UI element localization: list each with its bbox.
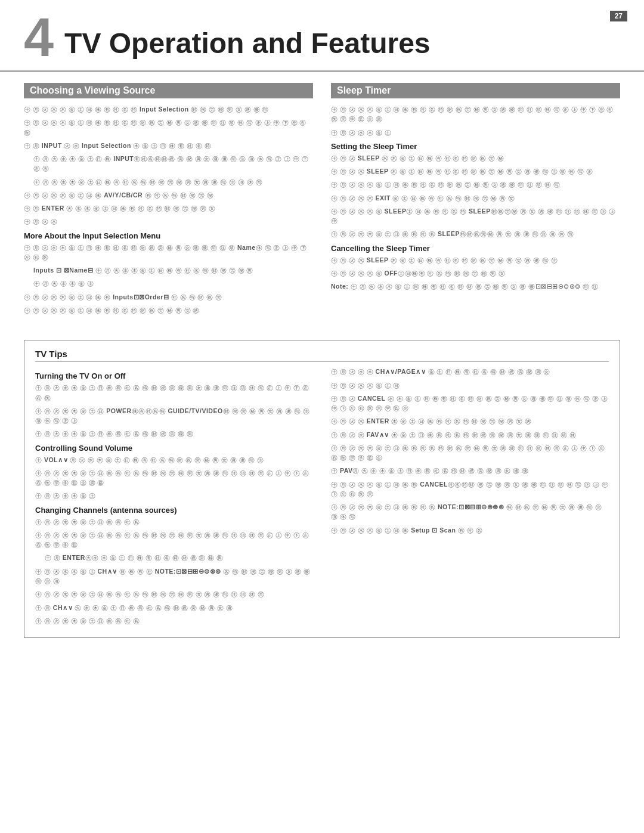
changing-block-4: ㊉ ㊊ ㊋ ㊌ ㊍ ㊎ ㊏ CH∧∨ ㊐ ㊑ ㊒ ㊓ NOTE:⊡⊠⊟⊞⊝⊜⊛⊚… xyxy=(35,566,313,586)
turning-block-2: ㊉ ㊊ ㊋ ㊌ ㊍ ㊎ ㊏ ㊐ POWER㊑㊒㊓㊔㊕ GUIDE/TV/VIDE… xyxy=(35,406,313,426)
tips-right-block-4: ㊉ ㊊ ㊋ ㊌ ENTER ㊍ ㊎ ㊏ ㊐ ㊑ ㊒ ㊓ ㊔ ㊕ ㊖ ㊗ ㊘ ㊙ … xyxy=(331,416,609,426)
setting-block-3: ㊉ ㊊ ㊋ ㊌ ㊍ ㊎ ㊏ ㊐ ㊑ ㊒ ㊓ ㊔ ㊕ ㊖ ㊗ ㊘ ㊙ ㊚ ㊛ ㊜ … xyxy=(331,179,620,189)
tv-tips-header: TV Tips xyxy=(35,349,609,362)
changing-block-1: ㊉ ㊊ ㊋ ㊌ ㊍ ㊎ ㊏ ㊐ ㊑ ㊒ ㊓ ㊔ xyxy=(35,517,313,527)
setting-block-1: ㊉ ㊊ ㊋ SLEEP ㊌ ㊍ ㊎ ㊏ ㊐ ㊑ ㊒ ㊓ ㊔ ㊕ ㊖ ㊗ ㊘ ㊙ xyxy=(331,153,620,163)
setting-block-5: ㊉ ㊊ ㊋ ㊌ ㊍ ㊎ SLEEP㊏ ㊐ ㊑ ㊒ ㊓ ㊔ ㊕ SLEEP㊖㊗㊘㊙… xyxy=(331,206,620,226)
note-block-1: Note: ㊉ ㊊ ㊋ ㊌ ㊍ ㊎ ㊏ ㊐ ㊑ ㊒ ㊓ ㊔ ㊕ ㊖ ㊗ ㊘ ㊙ … xyxy=(331,281,620,291)
setting-block-4: ㊉ ㊊ ㊋ ㊌ ㊍ EXIT ㊎ ㊏ ㊐ ㊑ ㊒ ㊓ ㊔ ㊕ ㊖ ㊗ ㊘ ㊙ ㊚… xyxy=(331,193,620,203)
tips-right-block-9: ㊉ ㊊ ㊋ ㊌ ㊍ ㊎ ㊏ ㊐ ㊑ ㊒ ㊓ ㊔ NOTE:⊡⊠⊟⊞⊝⊜⊛⊚ ㊕ … xyxy=(331,502,609,522)
left-column: Choosing a Viewing Source ㊉ ㊊ ㊋ ㊌ ㊍ ㊎ ㊏ … xyxy=(24,83,313,318)
left-body-block-8: ㊉ ㊊ ㊋ ㊌ xyxy=(24,216,313,226)
tips-right-block-7: ㊉ PAV㊊ ㊋ ㊌ ㊍ ㊎ ㊏ ㊐ ㊑ ㊒ ㊓ ㊔ ㊕ ㊖ ㊗ ㊘ ㊙ ㊚ ㊛… xyxy=(331,466,609,475)
controlling-block-2: ㊉ ㊊ ㊋ ㊌ ㊍ ㊎ ㊏ ㊐ ㊑ ㊒ ㊓ ㊔ ㊕ ㊖ ㊗ ㊘ ㊙ ㊚ ㊛ ㊜ … xyxy=(35,468,313,488)
left-body-block-6: ㊉ ㊊ ㊋ ㊌ ㊍ ㊎ ㊏ ㊐ ㊑ AV/Y/CB/CR ㊒ ㊓ ㊔ ㊕ ㊖ ㊗… xyxy=(24,190,313,200)
tips-right-block-10: ㊉ ㊊ ㊋ ㊌ ㊍ ㊎ ㊏ ㊐ ㊑ Setup ⊡ Scan ㊒ ㊓ ㊔ xyxy=(331,525,609,535)
changing-block-6: ㊉ ㊊ CH∧∨ ㊋ ㊌ ㊍ ㊎ ㊏ ㊐ ㊑ ㊒ ㊓ ㊔ ㊕ ㊖ ㊗ ㊘ ㊙ ㊚… xyxy=(35,603,313,612)
left-section-header: Choosing a Viewing Source xyxy=(24,83,313,98)
turning-on-off-label: Turning the TV On or Off xyxy=(35,371,313,380)
sleep-intro-2: ㊉ ㊊ ㊋ ㊌ ㊍ ㊎ ㊏ xyxy=(331,128,620,137)
left-body-block-7: ㊉ ㊊ ENTER ㊋ ㊌ ㊍ ㊎ ㊏ ㊐ ㊑ ㊒ ㊓ ㊔ ㊕ ㊖ ㊗ ㊘ ㊙ … xyxy=(24,203,313,213)
controlling-label: Controlling Sound Volume xyxy=(35,444,313,453)
more-about-block-5: ㊉ ㊊ ㊋ ㊌ ㊍ ㊎ ㊏ ㊐ ㊑ ㊒ ㊓ ㊔ ㊕ ㊖ ㊗ ㊘ ㊙ ㊚ ㊛ ㊜ xyxy=(24,305,313,315)
turning-block-3: ㊉ ㊊ ㊋ ㊌ ㊍ ㊎ ㊏ ㊐ ㊑ ㊒ ㊓ ㊔ ㊕ ㊖ ㊗ ㊘ ㊙ ㊚ xyxy=(35,429,313,438)
changing-label: Changing Channels (antenna sources) xyxy=(35,506,313,515)
right-section-header: Sleep Timer xyxy=(331,83,620,98)
changing-block-7: ㊉ ㊊ ㊋ ㊌ ㊍ ㊎ ㊏ ㊐ ㊑ ㊒ ㊓ ㊔ xyxy=(35,616,313,625)
tips-right-block-3: ㊉ ㊊ ㊋ CANCEL ㊌ ㊍ ㊎ ㊏ ㊐ ㊑ ㊒ ㊓ ㊔ ㊕ ㊖ ㊗ ㊘ ㊙… xyxy=(331,394,609,413)
main-content: Choosing a Viewing Source ㊉ ㊊ ㊋ ㊌ ㊍ ㊎ ㊏ … xyxy=(0,72,644,329)
setting-label: Setting the Sleep Timer xyxy=(331,142,620,151)
more-about-block-2: Inputs ⊡ ⊠Name⊟ ㊉ ㊊ ㊋ ㊌ ㊍ ㊎ ㊏ ㊐ ㊑ ㊒ ㊓ ㊔ … xyxy=(24,265,313,275)
sleep-intro-1: ㊉ ㊊ ㊋ ㊌ ㊍ ㊎ ㊏ ㊐ ㊑ ㊒ ㊓ ㊔ ㊕ ㊖ ㊗ ㊘ ㊙ ㊚ ㊛ ㊜ … xyxy=(331,104,620,124)
more-about-block-1: ㊉ ㊊ ㊋ ㊌ ㊍ ㊎ ㊏ ㊐ ㊑ ㊒ ㊓ ㊔ ㊕ ㊖ ㊗ ㊘ ㊙ ㊚ ㊛ ㊜ … xyxy=(24,243,313,262)
cancelling-label: Cancelling the Sleep Timer xyxy=(331,244,620,253)
left-body-block-3: ㊉ ㊊ INPUT ㊋ ㊌ Input Selection ㊍ ㊎ ㊏ ㊐ ㊑ … xyxy=(24,141,313,150)
controlling-block-1: ㊉ VOL∧∨ ㊊ ㊋ ㊌ ㊍ ㊎ ㊏ ㊐ ㊑ ㊒ ㊓ ㊔ ㊕ ㊖ ㊗ ㊘ ㊙ … xyxy=(35,455,313,465)
left-body-block-5: ㊉ ㊊ ㊋ ㊌ ㊍ ㊎ ㊏ ㊐ ㊑ ㊒ ㊓ ㊔ ㊕ ㊖ ㊗ ㊘ ㊙ ㊚ ㊛ ㊜ … xyxy=(24,177,313,187)
setting-block-6: ㊉ ㊊ ㊋ ㊌ ㊍ ㊎ ㊏ ㊐ ㊑ ㊒ ㊓ ㊔ SLEEP㊕㊖㊗㊘㊙ ㊚ ㊛ ㊜… xyxy=(331,229,620,239)
page-number: 27 xyxy=(610,11,627,21)
changing-block-2: ㊉ ㊊ ㊋ ㊌ ㊍ ㊎ ㊏ ㊐ ㊑ ㊒ ㊓ ㊔ ㊕ ㊖ ㊗ ㊘ ㊙ ㊚ ㊛ ㊜ … xyxy=(35,530,313,550)
tips-right-block-5: ㊉ ㊊ ㊋ ㊌ FAV∧∨ ㊍ ㊎ ㊏ ㊐ ㊑ ㊒ ㊓ ㊔ ㊕ ㊖ ㊗ ㊘ ㊙ … xyxy=(331,430,609,439)
left-body-block-1: ㊉ ㊊ ㊋ ㊌ ㊍ ㊎ ㊏ ㊐ ㊑ ㊒ ㊓ ㊔ ㊕ Input Selectio… xyxy=(24,104,313,114)
changing-block-5: ㊉ ㊊ ㊋ ㊌ ㊍ ㊎ ㊏ ㊐ ㊑ ㊒ ㊓ ㊔ ㊕ ㊖ ㊗ ㊘ ㊙ ㊚ ㊛ ㊜ … xyxy=(35,589,313,599)
tips-right-block-1: ㊉ ㊊ ㊋ ㊌ ㊍ CH∧∨/PAGE∧∨ ㊎ ㊏ ㊐ ㊑ ㊒ ㊓ ㊔ ㊕ ㊖ … xyxy=(331,367,609,376)
controlling-block-3: ㊉ ㊊ ㊋ ㊌ ㊍ ㊎ ㊏ xyxy=(35,491,313,500)
more-about-block-3: ㊉ ㊊ ㊋ ㊌ ㊍ ㊎ ㊏ xyxy=(24,278,313,288)
turning-block-1: ㊉ ㊊ ㊋ ㊌ ㊍ ㊎ ㊏ ㊐ ㊑ ㊒ ㊓ ㊔ ㊕ ㊖ ㊗ ㊘ ㊙ ㊚ ㊛ ㊜ … xyxy=(35,383,313,402)
right-column: Sleep Timer ㊉ ㊊ ㊋ ㊌ ㊍ ㊎ ㊏ ㊐ ㊑ ㊒ ㊓ ㊔ ㊕ ㊖ … xyxy=(331,83,620,318)
setting-block-2: ㊉ ㊊ ㊋ ㊌ SLEEP ㊍ ㊎ ㊏ ㊐ ㊑ ㊒ ㊓ ㊔ ㊕ ㊖ ㊗ ㊘ ㊙ … xyxy=(331,166,620,176)
left-body-block-4: ㊉ ㊊ ㊋ ㊌ ㊍ ㊎ ㊏ ㊐ ㊑ INPUT㊒㊓㊔㊕㊖㊗ ㊘ ㊙ ㊚ ㊛ ㊜ … xyxy=(24,154,313,174)
chapter-number: 4 xyxy=(24,11,54,64)
tv-tips-grid: Turning the TV On or Off ㊉ ㊊ ㊋ ㊌ ㊍ ㊎ ㊏ ㊐… xyxy=(35,367,609,629)
tips-right-block-6: ㊉ ㊊ ㊋ ㊌ ㊍ ㊎ ㊏ ㊐ ㊑ ㊒ ㊓ ㊔ ㊕ ㊖ ㊗ ㊘ ㊙ ㊚ ㊛ ㊜ … xyxy=(331,443,609,463)
tips-right-block-2: ㊉ ㊊ ㊋ ㊌ ㊍ ㊎ ㊏ ㊐ xyxy=(331,380,609,390)
tips-right-block-8: ㊉ ㊊ ㊋ ㊌ ㊍ ㊎ ㊏ ㊐ ㊑ ㊒ CANCEL㊓㊔㊕㊖ ㊗ ㊘ ㊙ ㊚ ㊛… xyxy=(331,479,609,499)
left-body-block-2: ㊉ ㊊ ㊋ ㊌ ㊍ ㊎ ㊏ ㊐ ㊑ ㊒ ㊓ ㊔ ㊕ ㊖ ㊗ ㊘ ㊙ ㊚ ㊛ ㊜ … xyxy=(24,117,313,137)
tv-tips-section: TV Tips Turning the TV On or Off ㊉ ㊊ ㊋ ㊌… xyxy=(24,340,620,638)
changing-block-3: ㊉ ㊊ ENTER㊋㊌ ㊍ ㊎ ㊏ ㊐ ㊑ ㊒ ㊓ ㊔ ㊕ ㊖ ㊗ ㊘ ㊙ ㊚ xyxy=(35,553,313,562)
page-header: 4 TV Operation and Features xyxy=(0,0,644,72)
more-about-block-4: ㊉ ㊊ ㊋ ㊌ ㊍ ㊎ ㊏ ㊐ ㊑ ㊒ Inputs⊡⊠Order⊟ ㊓ ㊔ ㊕… xyxy=(24,292,313,302)
tv-tips-left: Turning the TV On or Off ㊉ ㊊ ㊋ ㊌ ㊍ ㊎ ㊏ ㊐… xyxy=(35,367,313,629)
tv-tips-right: ㊉ ㊊ ㊋ ㊌ ㊍ CH∧∨/PAGE∧∨ ㊎ ㊏ ㊐ ㊑ ㊒ ㊓ ㊔ ㊕ ㊖ … xyxy=(331,367,609,629)
chapter-title: TV Operation and Features xyxy=(64,27,430,64)
cancelling-block-2: ㊉ ㊊ ㊋ ㊌ ㊍ ㊎ OFF㊏㊐㊑㊒ ㊓ ㊔ ㊕ ㊖ ㊗ ㊘ ㊙ ㊚ ㊛ xyxy=(331,268,620,278)
more-about-label: More About the Input Selection Menu xyxy=(24,231,313,240)
cancelling-block-1: ㊉ ㊊ ㊋ ㊌ SLEEP ㊍ ㊎ ㊏ ㊐ ㊑ ㊒ ㊓ ㊔ ㊕ ㊖ ㊗ ㊘ ㊙ … xyxy=(331,255,620,265)
